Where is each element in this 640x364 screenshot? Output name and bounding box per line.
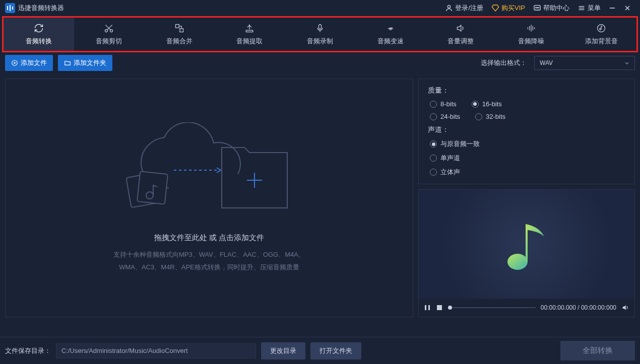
svg-rect-42 <box>428 305 430 310</box>
speed-icon <box>385 23 396 34</box>
app-logo: 迅捷音频转换器 <box>5 3 64 13</box>
tab-label: 音频录制 <box>307 37 333 46</box>
svg-rect-19 <box>175 25 179 28</box>
tab-label: 音频剪切 <box>96 37 122 46</box>
add-file-button[interactable]: 添加文件 <box>5 55 53 71</box>
tab-denoise[interactable]: 音频降噪 <box>496 18 566 51</box>
save-path-label: 文件保存目录： <box>5 346 51 355</box>
drop-zone[interactable]: 拖拽文件至此处 或 点击添加文件 支持十余种音频格式向MP3、WAV、FLAC、… <box>5 79 413 317</box>
svg-point-4 <box>448 6 451 8</box>
quality-label: 质量： <box>428 86 625 95</box>
drop-subtext-1: 支持十余种音频格式向MP3、WAV、FLAC、AAC、OGG、M4A、 <box>113 249 305 261</box>
tab-volume-adjust[interactable]: 音量调整 <box>425 18 496 51</box>
quality-32bits[interactable]: 32-bits <box>475 113 505 120</box>
svg-rect-36 <box>137 171 168 204</box>
output-format-select[interactable]: WAV <box>534 56 635 70</box>
tab-label: 音频降噪 <box>518 37 544 46</box>
format-value: WAV <box>540 59 553 66</box>
minimize-button[interactable] <box>605 1 620 16</box>
tab-add-bgm[interactable]: 添加背景音 <box>566 18 637 51</box>
svg-rect-3 <box>12 7 13 10</box>
tab-label: 音量调整 <box>447 37 474 46</box>
pause-button[interactable] <box>424 304 431 311</box>
refresh-icon <box>33 23 44 34</box>
svg-rect-1 <box>7 6 8 10</box>
svg-rect-20 <box>180 29 183 32</box>
bgm-icon <box>596 23 607 34</box>
preview-controls: 00:00:00.000 / 00:00:00:000 <box>419 299 634 317</box>
scissors-icon <box>103 23 114 34</box>
drop-subtext-2: WMA、AC3、M4R、APE格式转换，同时提升、压缩音频质量 <box>119 261 299 274</box>
bottom-bar: 文件保存目录： 更改目录 打开文件夹 全部转换 <box>0 337 640 364</box>
tab-label: 音频合并 <box>166 37 193 46</box>
svg-point-7 <box>537 8 537 8</box>
volume-button[interactable] <box>621 304 629 312</box>
change-dir-button[interactable]: 更改目录 <box>261 342 305 359</box>
volume-icon <box>455 23 466 34</box>
logo-icon <box>5 3 15 13</box>
app-title: 迅捷音频转换器 <box>18 4 64 13</box>
channel-label: 声道： <box>428 125 625 134</box>
progress-slider[interactable] <box>448 307 536 308</box>
tab-label: 音频转换 <box>26 37 52 46</box>
settings-box: 质量： 8-bits 16-bits 24-bits 32-bits 声道： 与… <box>418 79 635 184</box>
diamond-icon <box>491 4 499 12</box>
menu-icon <box>578 4 586 12</box>
add-folder-button[interactable]: 添加文件夹 <box>58 55 112 71</box>
drop-title: 拖拽文件至此处 或 点击添加文件 <box>154 233 264 243</box>
output-format-label: 选择输出格式： <box>481 58 527 67</box>
tab-label: 音频提取 <box>236 37 263 46</box>
extract-icon <box>244 23 255 34</box>
save-path-input[interactable] <box>56 343 256 358</box>
music-note-icon <box>496 214 557 274</box>
tab-audio-record[interactable]: 音频录制 <box>285 18 355 51</box>
denoise-icon <box>526 23 537 34</box>
convert-all-button[interactable]: 全部转换 <box>560 341 635 360</box>
svg-rect-43 <box>437 305 442 310</box>
svg-rect-21 <box>246 30 253 32</box>
quality-16bits[interactable]: 16-bits <box>472 100 502 108</box>
help-link[interactable]: 帮助中心 <box>529 4 573 13</box>
main-menu[interactable]: 菜单 <box>573 4 605 13</box>
quality-24bits[interactable]: 24-bits <box>430 113 460 120</box>
quality-8bits[interactable]: 8-bits <box>430 100 457 108</box>
tab-audio-cut[interactable]: 音频剪切 <box>74 18 145 51</box>
mic-icon <box>314 23 326 34</box>
right-panel: 质量： 8-bits 16-bits 24-bits 32-bits 声道： 与… <box>418 79 635 317</box>
buy-vip-link[interactable]: 购买VIP <box>487 4 529 13</box>
tab-label: 添加背景音 <box>585 37 618 46</box>
open-dir-button[interactable]: 打开文件夹 <box>310 342 361 359</box>
drop-illustration <box>113 122 305 223</box>
titlebar: 迅捷音频转换器 登录/注册 购买VIP 帮助中心 菜单 <box>0 0 640 16</box>
preview-box: 00:00:00.000 / 00:00:00:000 <box>418 189 635 317</box>
login-link[interactable]: 登录/注册 <box>441 4 487 13</box>
main-area: 拖拽文件至此处 或 点击添加文件 支持十余种音频格式向MP3、WAV、FLAC、… <box>0 74 640 322</box>
tab-audio-speed[interactable]: 音频变速 <box>355 18 426 51</box>
time-display: 00:00:00.000 / 00:00:00:000 <box>541 304 616 311</box>
chat-icon <box>533 4 541 12</box>
svg-point-6 <box>536 8 536 8</box>
close-button[interactable] <box>620 1 635 16</box>
svg-point-8 <box>538 8 539 8</box>
svg-rect-22 <box>319 25 322 29</box>
channel-stereo[interactable]: 立体声 <box>430 168 625 177</box>
main-toolbar: 音频转换 音频剪切 音频合并 音频提取 音频录制 音频变速 音量调整 音频降噪 … <box>2 16 638 52</box>
tab-label: 音频变速 <box>377 37 404 46</box>
svg-rect-41 <box>425 305 426 310</box>
tab-audio-merge[interactable]: 音频合并 <box>144 18 215 51</box>
chevron-down-icon <box>624 60 629 65</box>
stop-button[interactable] <box>436 304 443 311</box>
tab-audio-convert[interactable]: 音频转换 <box>4 18 74 51</box>
svg-rect-2 <box>10 5 11 11</box>
channel-same[interactable]: 与原音频一致 <box>430 139 625 149</box>
svg-point-40 <box>507 254 528 270</box>
tab-audio-extract[interactable]: 音频提取 <box>215 18 285 51</box>
channel-mono[interactable]: 单声道 <box>430 154 625 163</box>
action-bar: 添加文件 添加文件夹 选择输出格式： WAV <box>0 52 640 74</box>
plus-circle-icon <box>11 59 18 66</box>
merge-icon <box>174 23 185 34</box>
preview-art <box>419 190 634 299</box>
user-icon <box>445 4 453 12</box>
folder-icon <box>64 59 71 66</box>
